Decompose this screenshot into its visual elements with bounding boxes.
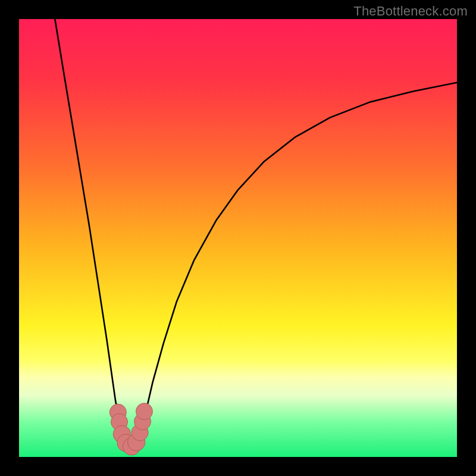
plot-area	[19, 19, 457, 457]
watermark-text: TheBottleneck.com	[353, 4, 468, 19]
outer-frame: TheBottleneck.com	[0, 0, 476, 476]
chart-svg	[19, 19, 457, 457]
marker-8	[136, 403, 153, 419]
gradient-background	[19, 19, 457, 457]
